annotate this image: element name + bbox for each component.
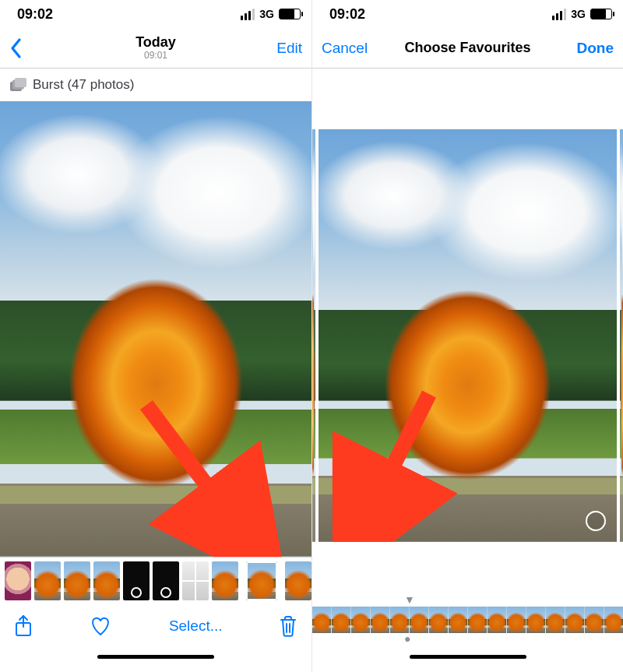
nav-subtitle: 09:01 bbox=[72, 50, 240, 61]
thumbnail[interactable] bbox=[153, 561, 179, 600]
thumbnail[interactable] bbox=[64, 561, 90, 600]
filmstrip-frame[interactable] bbox=[565, 607, 584, 633]
thumbnail[interactable] bbox=[34, 561, 61, 600]
filmstrip-frame[interactable] bbox=[312, 607, 331, 633]
filmstrip-frame[interactable] bbox=[526, 607, 545, 633]
delete-button[interactable] bbox=[279, 615, 297, 637]
screen-burst-overview: 09:02 3G Today 09:01 Edit bbox=[0, 0, 312, 672]
adjacent-photo-next[interactable] bbox=[620, 129, 623, 542]
filmstrip-frame[interactable] bbox=[409, 607, 428, 633]
filmstrip-frame[interactable] bbox=[370, 607, 389, 633]
network-label: 3G bbox=[259, 8, 274, 20]
nav-title: Today bbox=[72, 35, 240, 51]
burst-info-row: Burst (47 photos) bbox=[0, 69, 312, 101]
thumbnail[interactable] bbox=[93, 561, 120, 600]
burst-stack-icon bbox=[9, 78, 26, 92]
adjacent-photo-prev[interactable] bbox=[312, 129, 315, 542]
share-button[interactable] bbox=[14, 614, 33, 638]
filmstrip-marker-top-icon: ▼ bbox=[312, 596, 623, 607]
filmstrip-frame[interactable] bbox=[448, 607, 467, 633]
status-time: 09:02 bbox=[17, 6, 53, 23]
filmstrip-frame[interactable] bbox=[584, 607, 604, 633]
thumbnail[interactable] bbox=[212, 561, 238, 600]
status-bar: 09:02 3G bbox=[0, 0, 312, 28]
status-time: 09:02 bbox=[329, 6, 365, 23]
burst-label: Burst (47 photos) bbox=[33, 77, 134, 93]
thumbnail[interactable] bbox=[182, 561, 209, 600]
select-button[interactable]: Select... bbox=[169, 617, 223, 635]
home-indicator[interactable] bbox=[0, 649, 312, 672]
favourite-button[interactable] bbox=[89, 616, 112, 636]
nav-bar: Cancel Choose Favourites Done bbox=[312, 28, 623, 69]
filmstrip-marker-bottom-icon: ● bbox=[312, 633, 623, 649]
filmstrip-frame[interactable] bbox=[545, 607, 565, 633]
filmstrip[interactable]: ▼ ● bbox=[312, 572, 623, 649]
network-label: 3G bbox=[571, 8, 586, 20]
filmstrip-frame[interactable] bbox=[331, 607, 350, 633]
selection-circle-icon[interactable] bbox=[586, 511, 606, 531]
toolbar: Select... bbox=[0, 603, 312, 649]
signal-icon bbox=[241, 9, 255, 20]
recents-strip[interactable] bbox=[0, 557, 312, 603]
thumbnail[interactable] bbox=[5, 561, 31, 600]
thumbnail-current[interactable] bbox=[246, 561, 277, 600]
edit-button[interactable]: Edit bbox=[276, 40, 302, 57]
battery-icon bbox=[279, 9, 301, 19]
thumbnail[interactable] bbox=[123, 561, 150, 600]
thumbnail[interactable] bbox=[285, 561, 312, 600]
svg-rect-2 bbox=[15, 78, 26, 87]
nav-bar: Today 09:01 Edit bbox=[0, 28, 312, 69]
filmstrip-frame[interactable] bbox=[487, 607, 506, 633]
current-photo[interactable] bbox=[319, 129, 617, 542]
burst-cover-photo bbox=[0, 101, 312, 557]
photo-viewport[interactable] bbox=[0, 101, 312, 557]
filmstrip-frame[interactable] bbox=[604, 607, 623, 633]
status-indicators: 3G bbox=[552, 8, 612, 20]
trash-icon bbox=[279, 615, 297, 637]
heart-icon bbox=[89, 616, 112, 636]
status-bar: 09:02 3G bbox=[312, 0, 623, 28]
status-indicators: 3G bbox=[241, 8, 301, 20]
cancel-button[interactable]: Cancel bbox=[322, 40, 368, 57]
filmstrip-frame[interactable] bbox=[428, 607, 448, 633]
screen-choose-favourites: 09:02 3G Cancel Choose Favourites Done bbox=[312, 0, 623, 672]
signal-icon bbox=[552, 9, 566, 20]
back-button[interactable] bbox=[9, 37, 23, 59]
filmstrip-frame[interactable] bbox=[389, 607, 409, 633]
filmstrip-frame[interactable] bbox=[506, 607, 526, 633]
battery-icon bbox=[590, 9, 612, 19]
done-button[interactable]: Done bbox=[577, 40, 614, 57]
nav-title: Choose Favourites bbox=[384, 40, 551, 56]
home-indicator[interactable] bbox=[312, 649, 623, 672]
share-icon bbox=[14, 614, 33, 638]
filmstrip-frame[interactable] bbox=[467, 607, 487, 633]
photo-viewport[interactable] bbox=[312, 129, 623, 542]
filmstrip-frame[interactable] bbox=[350, 607, 370, 633]
